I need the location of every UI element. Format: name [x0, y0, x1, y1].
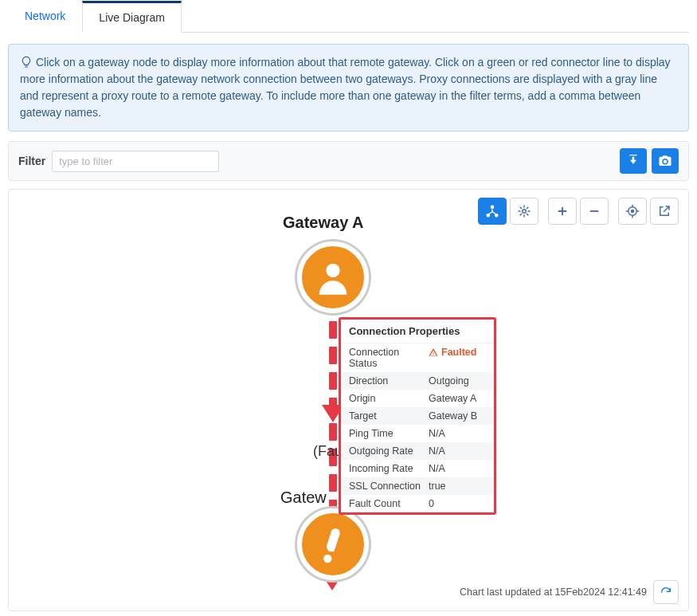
- alert-icon: [311, 523, 354, 566]
- filter-input[interactable]: [52, 151, 219, 172]
- diagram-toolbar: [478, 198, 679, 225]
- locate-icon: [625, 204, 640, 218]
- tree-layout-icon: [485, 204, 499, 218]
- svg-rect-7: [325, 528, 341, 552]
- diagram-panel[interactable]: Gateway A (Fault Gatew Connection Proper…: [8, 189, 689, 611]
- gateway-node-b[interactable]: [297, 508, 369, 580]
- center-icon: [517, 204, 531, 218]
- popup-row-value: Faulted: [429, 347, 486, 369]
- camera-button[interactable]: [652, 148, 679, 174]
- popup-row-key: Incoming Rate: [349, 463, 429, 474]
- lightbulb-icon: [20, 56, 33, 69]
- popup-row-key: Outgoing Rate: [349, 445, 429, 457]
- popup-row-value: Gateway A: [429, 393, 486, 404]
- popup-row-key: Origin: [349, 393, 429, 404]
- connection-properties-popup: Connection Properties Connection StatusF…: [339, 317, 496, 515]
- filter-bar: Filter: [8, 141, 689, 181]
- popout-icon: [657, 204, 672, 218]
- popup-row-value: N/A: [429, 428, 486, 439]
- popup-row: OriginGateway A: [341, 390, 494, 407]
- download-icon: [627, 155, 640, 167]
- svg-point-1: [487, 214, 489, 217]
- popup-row-key: Target: [349, 410, 429, 422]
- popup-row-key: Connection Status: [349, 347, 429, 369]
- svg-point-3: [523, 210, 527, 214]
- camera-icon: [658, 154, 672, 168]
- tab-live-diagram[interactable]: Live Diagram: [82, 1, 181, 33]
- popup-row: Connection StatusFaulted: [341, 343, 494, 372]
- popup-row: TargetGateway B: [341, 407, 494, 425]
- panel-footer: Chart last updated at 15Feb2024 12:41:49: [460, 580, 679, 604]
- popout-button[interactable]: [650, 198, 679, 225]
- download-button[interactable]: [620, 148, 647, 174]
- popup-row-key: Fault Count: [349, 498, 429, 509]
- popup-row: DirectionOutgoing: [341, 372, 494, 390]
- tree-layout-button[interactable]: [478, 198, 507, 225]
- tab-network[interactable]: Network: [8, 1, 82, 33]
- popup-row: Incoming RateN/A: [341, 460, 494, 477]
- svg-point-5: [632, 210, 634, 213]
- popup-row-value: Gateway B: [429, 410, 486, 422]
- svg-point-0: [491, 206, 493, 208]
- zoom-out-button[interactable]: [580, 198, 609, 225]
- popup-row: Ping TimeN/A: [341, 425, 494, 442]
- info-callout: Click on a gateway node to display more …: [8, 44, 689, 131]
- popup-row: Fault Count0: [341, 495, 494, 512]
- popup-row-value: true: [429, 481, 486, 492]
- refresh-button[interactable]: [653, 580, 679, 604]
- zoom-in-icon: [555, 204, 570, 218]
- popup-row-key: SSL Connection: [349, 481, 429, 492]
- popup-row-value: 0: [429, 498, 486, 509]
- user-icon: [312, 257, 354, 298]
- node-title-b: Gatew: [280, 488, 327, 507]
- locate-button[interactable]: [618, 198, 647, 225]
- popup-row-key: Direction: [349, 375, 429, 386]
- popup-row-value: N/A: [429, 463, 486, 474]
- zoom-in-button[interactable]: [548, 198, 577, 225]
- tab-bar: Network Live Diagram: [8, 0, 689, 33]
- svg-point-8: [323, 555, 331, 563]
- info-text: Click on a gateway node to display more …: [20, 56, 671, 119]
- popup-row-key: Ping Time: [349, 428, 429, 439]
- node-title-a: Gateway A: [283, 214, 364, 232]
- footer-text: Chart last updated at 15Feb2024 12:41:49: [460, 587, 647, 598]
- svg-point-2: [495, 214, 498, 217]
- popup-row: Outgoing RateN/A: [341, 442, 494, 460]
- popup-row-value: Outgoing: [429, 375, 486, 386]
- refresh-icon: [660, 586, 672, 598]
- gateway-node-a[interactable]: [297, 241, 369, 313]
- popup-title: Connection Properties: [341, 320, 494, 343]
- filter-label: Filter: [18, 155, 45, 167]
- popup-row-value: N/A: [429, 445, 486, 457]
- svg-point-6: [326, 264, 339, 277]
- popup-row: SSL Connectiontrue: [341, 477, 494, 495]
- zoom-out-icon: [587, 204, 601, 218]
- center-button[interactable]: [510, 198, 538, 225]
